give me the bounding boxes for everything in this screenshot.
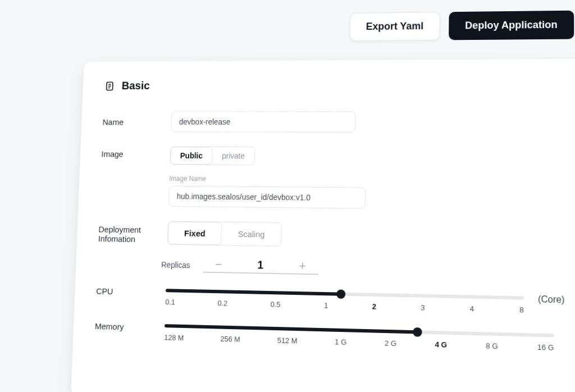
deploy-scaling-tab[interactable]: Scaling	[221, 222, 281, 246]
cpu-tick: 1	[324, 301, 328, 309]
replicas-row: Replicas − 1 +	[161, 257, 319, 275]
deploy-fixed-tab[interactable]: Fixed	[168, 221, 222, 245]
replicas-increment-button[interactable]: +	[292, 259, 313, 272]
image-name-input[interactable]	[168, 186, 366, 209]
memory-row: Memory 128 M256 M512 M1 G2 G4 G8 G16 G	[94, 322, 564, 352]
memory-tick: 16 G	[537, 343, 554, 352]
cpu-tick: 4	[470, 304, 474, 313]
top-actions: Export Yaml Deploy Application	[84, 10, 575, 43]
cpu-unit: (Core)	[538, 294, 564, 306]
memory-tick: 128 M	[164, 333, 184, 342]
memory-tick: 2 G	[385, 339, 396, 348]
memory-tick: 4 G	[435, 340, 447, 349]
export-yaml-button[interactable]: Export Yaml	[350, 12, 440, 40]
memory-ticks: 128 M256 M512 M1 G2 G4 G8 G16 G	[164, 333, 554, 352]
name-row: Name	[102, 111, 564, 133]
name-label: Name	[102, 117, 171, 126]
memory-tick: 512 M	[277, 336, 297, 345]
cpu-tick: 0.5	[271, 300, 281, 309]
memory-tick: 256 M	[220, 335, 240, 344]
cpu-tick: 8	[519, 306, 524, 314]
name-input[interactable]	[171, 111, 355, 133]
replicas-stepper: − 1 +	[203, 258, 318, 275]
cpu-label: CPU	[96, 286, 166, 297]
deploy-mode-segment: Fixed Scaling	[167, 221, 282, 247]
cpu-tick: 3	[421, 303, 425, 312]
deployment-label: Deployment Infomation	[98, 225, 168, 244]
card-title: Basic	[121, 80, 150, 92]
image-visibility-segment: Public private	[170, 146, 255, 165]
image-label: Image	[101, 149, 170, 159]
replicas-decrement-button[interactable]: −	[208, 258, 229, 271]
cpu-ticks: 0.10.20.512348	[165, 298, 524, 314]
image-private-tab[interactable]: private	[212, 147, 255, 165]
cpu-slider[interactable]: 0.10.20.512348	[165, 289, 524, 314]
card-header: Basic	[104, 78, 564, 92]
cpu-tick: 0.1	[165, 298, 175, 306]
memory-tick: 8 G	[486, 341, 498, 350]
cpu-tick: 0.2	[217, 299, 227, 307]
memory-tick: 1 G	[335, 338, 346, 347]
deploy-application-button[interactable]: Deploy Application	[449, 11, 574, 40]
image-public-tab[interactable]: Public	[170, 147, 212, 165]
basic-card: Basic Name Image Public private Image Na…	[70, 58, 575, 392]
memory-label: Memory	[95, 321, 165, 332]
cpu-tick: 2	[372, 302, 377, 311]
document-icon	[104, 80, 116, 92]
replicas-label: Replicas	[161, 260, 190, 270]
replicas-value: 1	[257, 258, 263, 271]
cpu-row: CPU 0.10.20.512348 (Core)	[95, 288, 564, 316]
image-row: Image Public private Image Name	[99, 146, 564, 211]
deployment-row: Deployment Infomation Fixed Scaling Repl…	[97, 220, 565, 280]
image-name-label: Image Name	[169, 175, 366, 184]
memory-slider[interactable]: 128 M256 M512 M1 G2 G4 G8 G16 G	[164, 324, 554, 352]
